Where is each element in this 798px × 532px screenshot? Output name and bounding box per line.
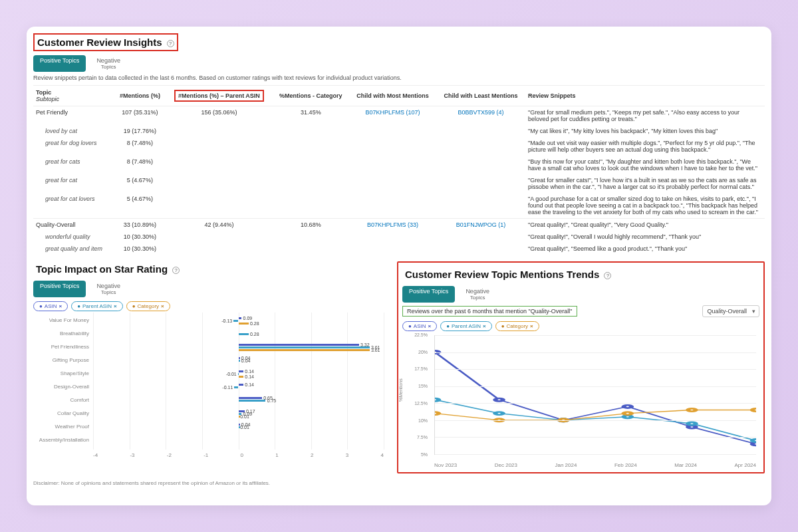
bar-track: 0.040.01 bbox=[93, 423, 384, 432]
trends-series-chips: ● ASIN × ● Parent ASIN × ● Category × bbox=[402, 321, 759, 331]
impact-tab-positive[interactable]: Positive Topics bbox=[33, 281, 86, 297]
trends-section: Customer Review Topic Mentions Trends ? … bbox=[397, 261, 765, 473]
collection-note: Review snippets pertain to data collecte… bbox=[33, 74, 765, 81]
bar-label: Assembly/Installation bbox=[33, 436, 93, 446]
scroll-area[interactable]: Customer Review Insights ? Positive Topi… bbox=[27, 27, 771, 505]
bar-track: 0.170.090.01 bbox=[93, 410, 384, 419]
bar-label: Breathability bbox=[33, 330, 93, 339]
bar-track: 0.14-0.010.14 bbox=[93, 370, 384, 379]
svg-point-4 bbox=[688, 426, 696, 428]
table-row[interactable]: Pet Friendly107 (35.31%)156 (35.06%)31.4… bbox=[33, 106, 765, 126]
help-icon[interactable]: ? bbox=[167, 40, 174, 47]
trends-topic-dropdown[interactable]: Quality-Overall bbox=[702, 305, 759, 317]
table-row[interactable]: loved by cat19 (17.76%)"My cat likes it"… bbox=[33, 125, 765, 137]
svg-point-15 bbox=[624, 412, 632, 414]
tab-positive-topics[interactable]: Positive Topics bbox=[33, 55, 86, 72]
bar-label: Shape/Style bbox=[33, 370, 93, 379]
impact-bar-chart: Value For Money0.09-0.130.28Breathabilit… bbox=[33, 317, 390, 458]
bar-track: 0.09-0.130.28 bbox=[93, 317, 384, 326]
table-row[interactable]: great for dog lovers8 (7.48%)"Made out v… bbox=[33, 137, 765, 156]
trends-line-chart: %Mentions 5%7.5%10%12.5%15%17.5%20%22.5%… bbox=[402, 335, 759, 468]
impact-tab-negative[interactable]: Negative Topics bbox=[90, 281, 127, 297]
chip-asin[interactable]: ● ASIN × bbox=[33, 301, 68, 311]
bar-label: Comfort bbox=[33, 396, 93, 406]
bar-track: 0.14-0.11 bbox=[93, 383, 384, 392]
chip-category[interactable]: ● Category × bbox=[126, 301, 170, 311]
col-mentions-parent[interactable]: #Mentions (%) – Parent ASIN bbox=[166, 86, 273, 106]
trends-tab-negative[interactable]: Negative Topics bbox=[459, 286, 496, 303]
help-icon[interactable]: ? bbox=[604, 272, 611, 279]
bar-label: Weather Proof bbox=[33, 423, 93, 432]
impact-section: Topic Impact on Star Rating ? Positive T… bbox=[33, 261, 390, 473]
chip-parent-asin[interactable]: ● Parent ASIN × bbox=[440, 321, 492, 331]
svg-point-5 bbox=[752, 443, 756, 446]
bar-label: Collar Quality bbox=[33, 410, 93, 419]
bar-label: Value For Money bbox=[33, 317, 93, 326]
impact-series-chips: ● ASIN × ● Parent ASIN × ● Category × bbox=[33, 301, 390, 311]
charts-row: Topic Impact on Star Rating ? Positive T… bbox=[33, 261, 765, 473]
svg-point-10 bbox=[688, 422, 696, 425]
svg-point-9 bbox=[624, 416, 632, 418]
tab-negative-topics[interactable]: Negative Topics bbox=[90, 55, 127, 72]
svg-point-3 bbox=[624, 405, 632, 408]
topic-polarity-tabs: Positive Topics Negative Topics bbox=[33, 55, 765, 72]
bar-track: 0.28 bbox=[93, 330, 384, 339]
svg-point-12 bbox=[435, 412, 439, 414]
bar-label: Design-Overall bbox=[33, 383, 93, 392]
help-icon[interactable]: ? bbox=[172, 267, 180, 274]
table-row[interactable]: great for cat5 (4.67%)"Great for smaller… bbox=[33, 174, 765, 193]
chip-category[interactable]: ● Category × bbox=[495, 321, 539, 331]
main-panel: Customer Review Insights ? Positive Topi… bbox=[27, 27, 771, 505]
page-title: Customer Review Insights ? bbox=[33, 33, 178, 51]
bar-track: 3.323.613.61 bbox=[93, 343, 384, 352]
bar-label: Gifting Purpose bbox=[33, 356, 93, 366]
svg-point-11 bbox=[752, 439, 756, 442]
impact-title: Topic Impact on Star Rating ? bbox=[33, 261, 182, 277]
col-snippets[interactable]: Review Snippets bbox=[525, 86, 765, 106]
svg-point-17 bbox=[752, 408, 756, 411]
table-row[interactable]: great quality and item10 (30.30%)"Great … bbox=[33, 243, 765, 255]
table-row[interactable]: great for cat lovers5 (4.67%)"A good pur… bbox=[33, 193, 765, 219]
col-mentions[interactable]: #Mentions (%) bbox=[114, 86, 166, 106]
chip-asin[interactable]: ● ASIN × bbox=[402, 321, 437, 331]
trends-title: Customer Review Topic Mentions Trends ? bbox=[402, 267, 614, 282]
bar-track: 0.040.04 bbox=[93, 356, 384, 366]
bar-label: Pet Friendliness bbox=[33, 343, 93, 352]
trends-filter-note: Reviews over the past 6 months that ment… bbox=[402, 306, 577, 317]
table-row[interactable]: wonderful quality10 (30.30%)"Great quali… bbox=[33, 231, 765, 243]
svg-point-1 bbox=[495, 398, 503, 401]
svg-point-6 bbox=[435, 398, 439, 401]
table-row[interactable]: great for cats8 (7.48%)"Buy this now for… bbox=[33, 156, 765, 174]
col-topic[interactable]: Topic Subtopic bbox=[33, 86, 114, 106]
svg-point-16 bbox=[688, 408, 696, 411]
bar-track bbox=[93, 436, 384, 446]
col-child-least[interactable]: Child with Least Mentions bbox=[436, 86, 525, 106]
bar-track: 0.650.75 bbox=[93, 396, 384, 406]
page-title-text: Customer Review Insights bbox=[37, 37, 162, 48]
trends-tab-positive[interactable]: Positive Topics bbox=[402, 286, 455, 303]
svg-point-7 bbox=[495, 412, 503, 414]
insights-table: Topic Subtopic #Mentions (%) #Mentions (… bbox=[33, 85, 765, 255]
disclaimer: Disclaimer: None of opinions and stateme… bbox=[33, 480, 765, 486]
table-row[interactable]: Quality-Overall33 (10.89%)42 (9.44%)10.6… bbox=[33, 219, 765, 231]
chip-parent-asin[interactable]: ● Parent ASIN × bbox=[71, 301, 123, 311]
col-child-most[interactable]: Child with Most Mentions bbox=[349, 86, 436, 106]
col-mentions-category[interactable]: %Mentions - Category bbox=[273, 86, 349, 106]
